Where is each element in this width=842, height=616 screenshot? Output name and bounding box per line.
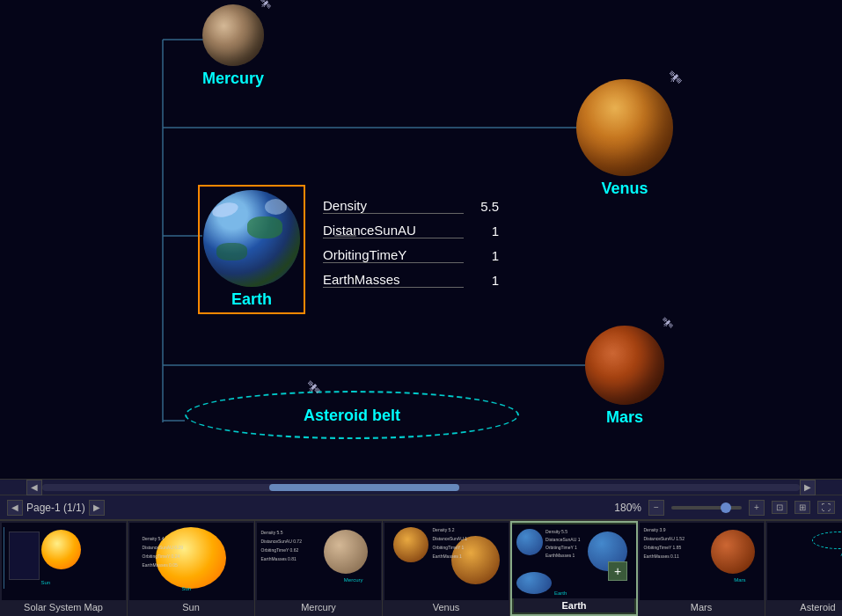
thumb-label-earth: Earth xyxy=(514,598,634,612)
single-view-btn[interactable]: ⊡ xyxy=(772,501,787,514)
scroll-left-btn[interactable]: ◀ xyxy=(26,480,42,495)
earth-sphere: 🛰 xyxy=(203,190,300,287)
info-row-orbit: OrbitingTimeY 1 xyxy=(323,247,499,263)
info-row-distance: DistanceSunAU 1 xyxy=(323,223,499,238)
density-key: Density xyxy=(323,198,464,214)
scroll-right-btn[interactable]: ▶ xyxy=(800,480,816,495)
status-bar: ◀ Page-1 (1/1) ▶ 180% − + ⊡ ⊞ ⛶ xyxy=(0,495,842,519)
earth-satellite: 🛰 xyxy=(297,190,300,195)
thumb-preview-mars: Mars Density 3.9 DistanceSunAU 1.52 Orbi… xyxy=(640,523,764,600)
mars-label: Mars xyxy=(606,408,643,427)
zoom-level: 180% xyxy=(614,502,641,514)
thumbnail-strip: Sun Solar System Map Sun Density 5.4 Dis… xyxy=(0,519,842,616)
mercury-label: Mercury xyxy=(202,70,264,88)
thumb-solar-system-map[interactable]: Sun Solar System Map xyxy=(0,521,128,616)
earth-label: Earth xyxy=(203,290,300,309)
venus-sphere: 🛰 xyxy=(576,79,673,176)
asteroid-belt-label: Asteroid belt xyxy=(304,406,400,423)
thumb-asteroid[interactable]: Asteroid Asteroid xyxy=(765,521,842,616)
status-left: ◀ Page-1 (1/1) ▶ xyxy=(7,500,105,516)
thumb-label-asteroid: Asteroid xyxy=(767,600,842,614)
venus-label: Venus xyxy=(601,180,648,198)
thumb-label-solar-system-map: Solar System Map xyxy=(2,600,125,614)
distance-val: 1 xyxy=(464,224,499,238)
venus-planet[interactable]: 🛰 Venus xyxy=(576,79,673,198)
thumb-preview-earth: Venus Earth Density 5.5 DistanceSunAU 1 … xyxy=(512,524,636,598)
distance-key: DistanceSunAU xyxy=(323,223,464,238)
mercury-planet[interactable]: 🛰 Mercury xyxy=(202,4,264,88)
thumb-label-mars: Mars xyxy=(640,600,763,614)
thumb-sun[interactable]: Sun Density 5.4 DistanceSunAU 0.29 Orbit… xyxy=(128,521,255,616)
thumb-preview-venus: Density 5.2 DistanceSunAU 1 OrbitingTime… xyxy=(384,523,509,600)
density-val: 5.5 xyxy=(464,199,499,214)
thumb-mars[interactable]: Mars Density 3.9 DistanceSunAU 1.52 Orbi… xyxy=(638,521,765,616)
zoom-out-btn[interactable]: − xyxy=(648,500,664,516)
page-info: Page-1 (1/1) xyxy=(26,502,85,514)
earth-info-table: Density 5.5 DistanceSunAU 1 OrbitingTime… xyxy=(323,198,499,295)
info-row-density: Density 5.5 xyxy=(323,198,499,214)
thumb-mercury[interactable]: Mercury Density 5.5 DistanceSunAU 0.72 O… xyxy=(255,521,383,616)
prev-page-btn[interactable]: ◀ xyxy=(7,500,23,516)
thumb-label-mercury: Mercury xyxy=(257,600,380,614)
scrollbar-area: ◀ ▶ xyxy=(0,479,842,495)
multi-view-btn[interactable]: ⊞ xyxy=(794,501,810,514)
orbit-key: OrbitingTimeY xyxy=(323,247,464,263)
main-canvas: 🛰 Mercury 🛰 Venus 🛰 Earth Density xyxy=(0,0,842,479)
mars-planet[interactable]: 🛰 Mars xyxy=(585,326,664,427)
venus-satellite: 🛰 xyxy=(670,70,682,84)
earth-add-btn[interactable]: + xyxy=(608,561,627,581)
fullscreen-btn[interactable]: ⛶ xyxy=(817,501,835,514)
earth-box[interactable]: 🛰 Earth xyxy=(198,185,305,314)
info-row-masses: EarthMasses 1 xyxy=(323,272,499,288)
thumb-preview-asteroid: Asteroid xyxy=(767,523,843,600)
thumb-label-venus: Venus xyxy=(384,600,508,614)
thumb-venus[interactable]: Density 5.2 DistanceSunAU 1 OrbitingTime… xyxy=(383,521,510,616)
scrollbar-thumb[interactable] xyxy=(269,484,458,491)
thumb-preview-solar-system-map: Sun xyxy=(2,523,126,600)
orbit-val: 1 xyxy=(464,248,499,263)
mercury-sphere: 🛰 xyxy=(202,4,264,66)
zoom-thumb xyxy=(721,502,731,513)
status-right: 180% − + ⊡ ⊞ ⛶ xyxy=(614,500,835,516)
thumb-preview-mercury: Mercury Density 5.5 DistanceSunAU 0.72 O… xyxy=(257,523,381,600)
next-page-btn[interactable]: ▶ xyxy=(89,500,105,516)
masses-key: EarthMasses xyxy=(323,272,464,288)
zoom-in-btn[interactable]: + xyxy=(749,500,765,516)
asteroid-belt-satellite: 🛰 xyxy=(308,380,320,394)
mars-satellite: 🛰 xyxy=(663,317,673,329)
mercury-satellite: 🛰 xyxy=(260,0,271,10)
masses-val: 1 xyxy=(464,273,499,288)
thumb-label-sun: Sun xyxy=(129,600,253,614)
asteroid-belt[interactable]: 🛰 Asteroid belt xyxy=(185,391,519,439)
thumb-earth[interactable]: ▶ 📷 ✕ Venus Earth Density 5.5 DistanceSu… xyxy=(510,521,638,616)
zoom-slider[interactable] xyxy=(671,506,742,510)
horizontal-scrollbar[interactable] xyxy=(42,484,800,491)
mars-sphere: 🛰 xyxy=(585,326,664,405)
thumb-preview-sun: Sun Density 5.4 DistanceSunAU 0.29 Orbit… xyxy=(129,523,253,600)
